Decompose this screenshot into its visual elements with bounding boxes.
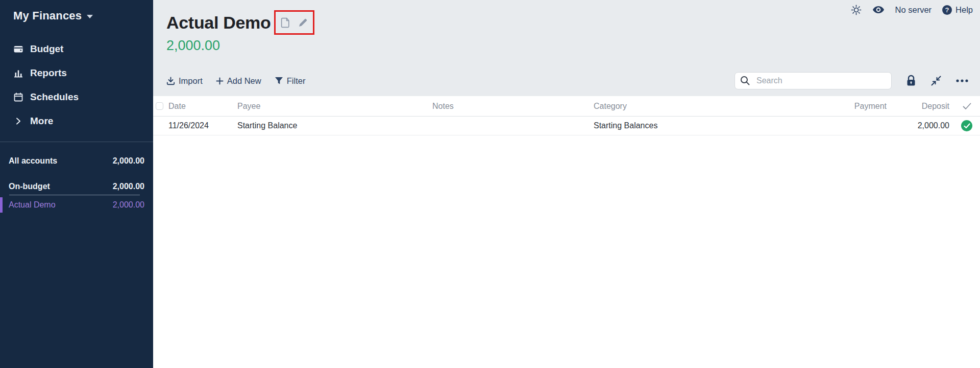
transaction-row[interactable]: 11/26/2024 Starting Balance Starting Bal… xyxy=(153,117,980,135)
header-checkbox-cell xyxy=(153,102,168,110)
edit-pencil-icon[interactable] xyxy=(298,18,308,28)
annotation-box xyxy=(274,10,314,35)
table-header-row: Date Payee Notes Category Payment Deposi… xyxy=(153,96,980,117)
all-accounts-label: All accounts xyxy=(9,156,57,166)
filter-funnel-icon xyxy=(275,77,283,85)
account-balance: 2,000.00 xyxy=(113,200,144,210)
import-button[interactable]: Import xyxy=(166,76,203,86)
help-label: Help xyxy=(955,5,973,15)
toolbar-right-controls xyxy=(734,72,969,90)
cleared-check-icon[interactable] xyxy=(961,120,972,131)
on-budget-label: On-budget xyxy=(9,182,50,191)
all-accounts-balance: 2,000.00 xyxy=(113,156,144,166)
main-panel: No server ? Help Actual Demo 2,000.00 xyxy=(153,0,980,368)
add-new-label: Add New xyxy=(227,76,261,86)
all-accounts-row[interactable]: All accounts 2,000.00 xyxy=(0,153,153,169)
header-date[interactable]: Date xyxy=(168,102,237,111)
sidebar-item-label: Reports xyxy=(30,67,67,79)
on-budget-row[interactable]: On-budget 2,000.00 xyxy=(0,178,153,195)
sidebar-item-budget[interactable]: Budget xyxy=(0,37,153,61)
sidebar-divider xyxy=(0,142,153,142)
account-toolbar: Import Add New Filter xyxy=(166,72,305,90)
search-input[interactable] xyxy=(734,72,892,89)
sidebar-item-more[interactable]: More xyxy=(0,109,153,133)
account-header: Actual Demo xyxy=(166,10,314,35)
question-mark-icon: ? xyxy=(942,5,952,15)
on-budget-balance: 2,000.00 xyxy=(113,182,144,191)
check-icon xyxy=(963,103,971,110)
bar-chart-icon xyxy=(13,68,23,78)
chevron-down-icon xyxy=(87,15,93,18)
header-notes[interactable]: Notes xyxy=(432,102,594,111)
cell-date[interactable]: 11/26/2024 xyxy=(168,121,237,130)
cell-category[interactable]: Starting Balances xyxy=(594,121,851,130)
header-deposit[interactable]: Deposit xyxy=(891,102,953,111)
chevron-right-icon xyxy=(13,116,23,126)
header-payment[interactable]: Payment xyxy=(851,102,891,111)
cell-cleared xyxy=(953,120,980,131)
sidebar-item-schedules[interactable]: Schedules xyxy=(0,85,153,109)
server-status[interactable]: No server xyxy=(895,5,932,15)
add-new-button[interactable]: Add New xyxy=(216,76,261,86)
sidebar: My Finances Budget Reports Schedules xyxy=(0,0,153,368)
sidebar-item-reports[interactable]: Reports xyxy=(0,61,153,85)
account-balance: 2,000.00 xyxy=(166,38,220,54)
lock-icon[interactable] xyxy=(905,75,917,87)
wallet-icon xyxy=(13,44,23,54)
import-label: Import xyxy=(179,76,203,86)
top-status-bar: No server ? Help xyxy=(851,3,973,16)
header-cleared[interactable] xyxy=(953,103,980,110)
plus-icon xyxy=(216,77,224,85)
header-payee[interactable]: Payee xyxy=(237,102,432,111)
sun-icon[interactable] xyxy=(851,5,862,15)
eye-icon[interactable] xyxy=(872,5,885,14)
cell-payee[interactable]: Starting Balance xyxy=(237,121,432,130)
sidebar-item-label: Schedules xyxy=(30,91,79,103)
budget-file-name: My Finances xyxy=(13,9,82,22)
select-all-checkbox[interactable] xyxy=(156,102,163,110)
ellipsis-icon[interactable] xyxy=(955,79,969,83)
on-budget-underline xyxy=(9,195,140,195)
budget-file-menu[interactable]: My Finances xyxy=(13,9,93,22)
actual-budget-app: My Finances Budget Reports Schedules xyxy=(0,0,980,368)
account-label: Actual Demo xyxy=(9,200,56,210)
download-icon xyxy=(166,77,175,85)
search-box xyxy=(734,72,892,89)
transactions-table: Date Payee Notes Category Payment Deposi… xyxy=(153,96,980,368)
sidebar-item-label: More xyxy=(30,116,53,127)
cell-deposit[interactable]: 2,000.00 xyxy=(891,121,953,130)
note-icon[interactable] xyxy=(281,17,290,28)
filter-button[interactable]: Filter xyxy=(275,76,306,86)
sidebar-account-actual-demo[interactable]: Actual Demo 2,000.00 xyxy=(0,196,153,214)
sidebar-item-label: Budget xyxy=(30,43,63,55)
help-button[interactable]: ? Help xyxy=(942,5,973,15)
collapse-icon[interactable] xyxy=(930,75,942,86)
filter-label: Filter xyxy=(287,76,306,86)
account-title[interactable]: Actual Demo xyxy=(166,13,271,33)
calendar-icon xyxy=(13,92,23,102)
sidebar-nav: Budget Reports Schedules More xyxy=(0,37,153,133)
header-category[interactable]: Category xyxy=(594,102,851,111)
selected-account-indicator xyxy=(0,197,3,213)
